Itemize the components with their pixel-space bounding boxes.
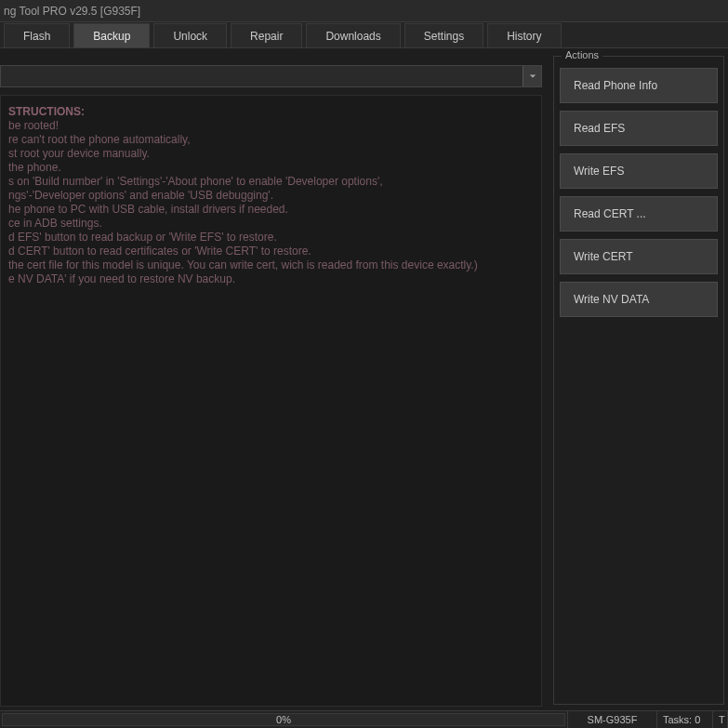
- instructions-heading: STRUCTIONS:: [8, 105, 534, 119]
- instruction-line: s on 'Build number' in 'Settings'-'About…: [8, 175, 534, 189]
- actions-group-label: Actions: [562, 49, 602, 60]
- main-tabstrip: Flash Backup Unlock Repair Downloads Set…: [0, 22, 728, 48]
- instruction-line: the cert file for this model is unique. …: [8, 258, 534, 272]
- chevron-down-icon: [529, 70, 536, 83]
- status-model: SM-G935F: [568, 711, 657, 728]
- instruction-line: d EFS' button to read backup or 'Write E…: [8, 231, 534, 245]
- instruction-line: be rooted!: [8, 119, 534, 133]
- tab-repair[interactable]: Repair: [231, 23, 302, 47]
- write-efs-button[interactable]: Write EFS: [560, 153, 718, 189]
- instruction-line: ngs'-'Developer options' and enable 'USB…: [8, 189, 534, 203]
- instruction-line: ce in ADB settings.: [8, 217, 534, 231]
- instruction-line: st root your device manually.: [8, 147, 534, 161]
- status-tasks: Tasks: 0: [657, 711, 713, 728]
- tab-unlock[interactable]: Unlock: [153, 23, 227, 47]
- write-nv-data-button[interactable]: Write NV DATA: [560, 282, 718, 317]
- instruction-line: the phone.: [8, 161, 534, 175]
- read-cert-button[interactable]: Read CERT ...: [560, 196, 718, 232]
- main-panel: STRUCTIONS: be rooted! re can't root the…: [0, 48, 548, 710]
- write-cert-button[interactable]: Write CERT: [560, 239, 718, 274]
- device-select-toggle[interactable]: [523, 66, 541, 86]
- instruction-line: e NV DATA' if you need to restore NV bac…: [8, 272, 534, 286]
- status-bar: 0% SM-G935F Tasks: 0 T: [0, 710, 728, 728]
- instruction-line: he phone to PC with USB cable, install d…: [8, 203, 534, 217]
- tab-history[interactable]: History: [487, 23, 561, 47]
- progress-cell: 0%: [0, 711, 568, 728]
- content-area: STRUCTIONS: be rooted! re can't root the…: [0, 48, 728, 710]
- window-titlebar: ng Tool PRO v29.5 [G935F]: [0, 0, 728, 22]
- actions-sidebar: Actions Read Phone Info Read EFS Write E…: [548, 48, 728, 710]
- read-efs-button[interactable]: Read EFS: [560, 111, 718, 146]
- instruction-line: re can't root the phone automatically,: [8, 133, 534, 147]
- tab-backup[interactable]: Backup: [73, 23, 150, 47]
- instruction-line: d CERT' button to read certificates or '…: [8, 245, 534, 258]
- device-select-row: [0, 65, 542, 87]
- tab-downloads[interactable]: Downloads: [306, 23, 400, 47]
- instructions-panel: STRUCTIONS: be rooted! re can't root the…: [0, 95, 542, 707]
- read-phone-info-button[interactable]: Read Phone Info: [560, 68, 718, 103]
- device-select[interactable]: [0, 65, 542, 87]
- window-title: ng Tool PRO v29.5 [G935F]: [4, 5, 140, 18]
- actions-group: Actions Read Phone Info Read EFS Write E…: [553, 56, 724, 705]
- progress-text: 0%: [276, 714, 291, 725]
- tab-flash[interactable]: Flash: [4, 23, 70, 47]
- tab-settings[interactable]: Settings: [404, 23, 483, 47]
- status-tail: T: [713, 711, 728, 728]
